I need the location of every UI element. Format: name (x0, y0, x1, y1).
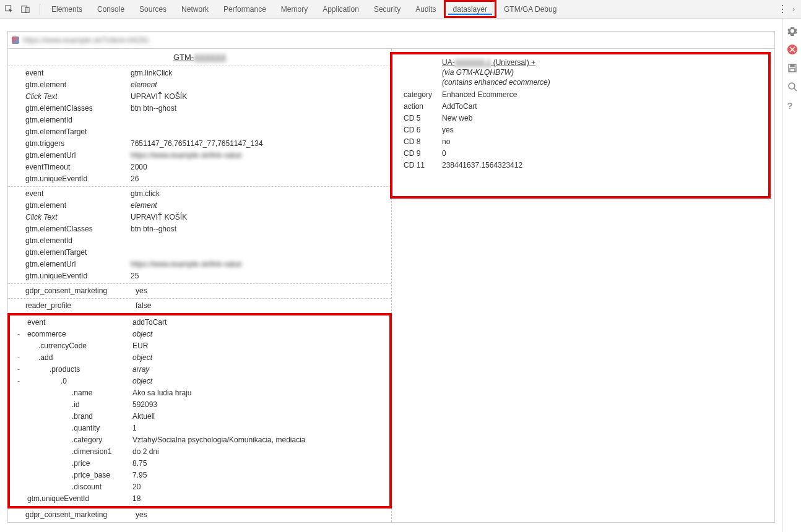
svg-rect-5 (790, 69, 795, 72)
data-row: .quantity1 (10, 423, 389, 434)
tab-elements[interactable]: Elements (44, 0, 90, 18)
expand-toggle (8, 247, 25, 258)
tab-application[interactable]: Application (315, 0, 366, 18)
expand-toggle (10, 341, 27, 351)
value (131, 115, 391, 126)
data-row: -ecommerceobject (10, 328, 389, 340)
tab-network[interactable]: Network (174, 0, 216, 18)
expand-toggle (8, 68, 25, 79)
clear-icon[interactable] (787, 45, 797, 54)
value: Vztahy/Socialna psychologia/Komunikacia,… (132, 435, 389, 445)
more-icon[interactable]: ⋮ (775, 3, 790, 15)
key: action (392, 101, 442, 112)
tab-dataslayer[interactable]: dataslayer (444, 0, 496, 18)
value: 25 (131, 271, 391, 281)
value: UPRAVIŤ KOŠÍK (131, 92, 391, 102)
value: 18 (132, 494, 389, 504)
key: gtm.triggers (25, 139, 131, 149)
key: .quantity (27, 423, 132, 434)
hit-row: actionAddToCart (392, 101, 768, 113)
chevron-right-icon[interactable]: › (792, 5, 795, 14)
tab-console[interactable]: Console (90, 0, 132, 18)
contains-line: (contains enhanced ecommerce) (442, 78, 762, 87)
data-row: gtm.elementTarget (8, 126, 391, 138)
expand-toggle (8, 224, 25, 234)
key: gtm.element (25, 200, 131, 211)
expand-toggle[interactable]: - (10, 353, 27, 363)
data-row: gtm.elementUrlhttps://www.example.sk/lin… (8, 150, 391, 161)
key: gtm.elementId (25, 115, 131, 126)
data-row: .brandAktuell (10, 411, 389, 423)
key: .price (27, 458, 132, 469)
help-icon[interactable]: ? (787, 100, 797, 110)
data-row: .id592093 (10, 399, 389, 411)
value: yes (442, 125, 768, 135)
data-row: .currencyCodeEUR (10, 340, 389, 352)
value: btn btn--ghost (131, 103, 391, 114)
tab-audits[interactable]: Audits (408, 0, 443, 18)
key: gdpr_consent_marketing (8, 286, 132, 296)
page-url: https://www.example.sk/?client=04281 (23, 36, 149, 45)
value: gtm.linkClick (131, 68, 391, 79)
data-row: gtm.uniqueEventId25 (8, 270, 391, 282)
key: gtm.elementUrl (25, 259, 131, 270)
key: CD 8 (392, 137, 442, 147)
data-row: Click TextUPRAVIŤ KOŠÍK (8, 212, 391, 223)
value: element (131, 80, 391, 90)
expand-toggle[interactable]: - (10, 329, 27, 340)
value: New web (442, 113, 768, 124)
key: gtm.elementTarget (25, 127, 131, 137)
value: object (132, 353, 389, 363)
value: do 2 dni (132, 447, 389, 457)
key: category (392, 90, 442, 100)
tab-sources[interactable]: Sources (132, 0, 174, 18)
tab-security[interactable]: Security (366, 0, 408, 18)
value: array (132, 364, 389, 375)
expand-toggle (10, 423, 27, 434)
key: .name (27, 388, 132, 398)
key: .dimension1 (27, 447, 132, 457)
gear-icon[interactable] (787, 26, 797, 36)
data-row: eventgtm.linkClick (8, 67, 391, 79)
expand-toggle[interactable]: - (10, 376, 27, 387)
hit-properties: categoryEnhanced EcommerceactionAddToCar… (392, 89, 768, 171)
expand-toggle (8, 162, 25, 173)
save-icon[interactable] (787, 63, 797, 73)
key: .add (27, 353, 132, 363)
expand-toggle (10, 388, 27, 398)
tab-memory[interactable]: Memory (274, 0, 315, 18)
tab-gtm-ga-debug[interactable]: GTM/GA Debug (496, 0, 564, 18)
expand-toggle (8, 189, 25, 199)
hit-row: CD 11238441637.1564323412 (392, 160, 768, 171)
key: gtm.elementId (25, 236, 131, 246)
value: object (132, 376, 389, 387)
key: gtm.uniqueEventId (25, 271, 131, 281)
expand-toggle (10, 494, 27, 504)
data-row: Click TextUPRAVIŤ KOŠÍK (8, 91, 391, 103)
device-icon[interactable] (20, 4, 31, 15)
expand-toggle (10, 400, 27, 410)
gtm-container-id[interactable]: GTM-XXXXXX (8, 49, 391, 66)
dataslayer-panel: https://www.example.sk/?client=04281 GTM… (7, 31, 775, 523)
expand-toggle (10, 482, 27, 492)
data-row: .discount20 (10, 481, 389, 493)
key: CD 5 (392, 113, 442, 124)
value: addToCart (132, 317, 389, 328)
key: .brand (27, 411, 132, 422)
consent-block-2: gdpr_consent_marketing yes (8, 508, 391, 522)
panel-header: https://www.example.sk/?client=04281 (8, 32, 774, 49)
hit-row: CD 8no (392, 136, 768, 148)
search-icon[interactable] (787, 82, 797, 92)
data-row: gtm.elementId (8, 235, 391, 247)
divider (40, 4, 40, 15)
ua-property[interactable]: UA-XXXXXX-1 (Universal) + (442, 58, 762, 67)
key: .products (27, 364, 132, 375)
key: eventTimeout (25, 162, 131, 173)
inspect-icon[interactable] (4, 4, 15, 15)
toolbar-right: ⋮ › (775, 3, 797, 15)
expand-toggle[interactable]: - (10, 364, 27, 375)
data-row: gtm.elementClassesbtn btn--ghost (8, 223, 391, 235)
data-row: gtm.uniqueEventId18 (10, 493, 389, 505)
tab-performance[interactable]: Performance (216, 0, 274, 18)
consent-block: gdpr_consent_marketing yes (8, 284, 391, 299)
